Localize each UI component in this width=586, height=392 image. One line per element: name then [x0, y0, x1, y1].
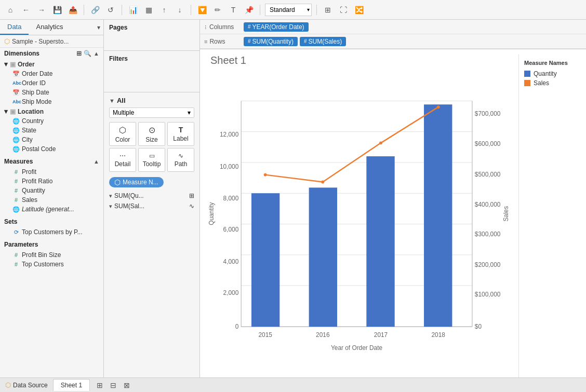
field-ship-mode[interactable]: Abc Ship Mode [0, 97, 103, 106]
sheet1-tab[interactable]: Sheet 1 [53, 379, 90, 391]
size-icon: ⊙ [149, 125, 155, 135]
field-profit-bin-size[interactable]: # Profit Bin Size [0, 250, 103, 260]
field-profit[interactable]: # Profit [0, 167, 103, 177]
sum-quantity-row[interactable]: ▾ SUM(Qu... ⊞ [109, 191, 194, 201]
chart-svg-area: 0 2,000 4,000 6,000 8,000 10,000 12,000 … [205, 71, 513, 377]
marks-tooltip-btn[interactable]: ▭ Tooltip [138, 148, 165, 172]
columns-shelf: ⫶ Columns # YEAR(Order Date) [200, 20, 586, 34]
marks-label-btn[interactable]: T Label [167, 122, 194, 146]
field-quantity[interactable]: # Quantity [0, 186, 103, 195]
marks-detail-btn[interactable]: ⋯ Detail [109, 148, 136, 172]
legend-item-quantity: Quantity [524, 70, 581, 77]
marks-size-btn[interactable]: ⊙ Size [138, 122, 165, 146]
data-source-row: ⬡ Sample - Supersto... [0, 35, 103, 48]
x-axis-title: Year of Order Date [331, 344, 383, 352]
redo-btn[interactable]: → [35, 4, 48, 16]
sum-sales-row[interactable]: ▾ SUM(Sal... ∿ [109, 201, 194, 211]
new-story-btn[interactable]: ⊠ [121, 380, 132, 391]
pin-btn[interactable]: 📌 [243, 4, 255, 16]
bar-2015[interactable] [251, 193, 279, 327]
marks-path-btn[interactable]: ∿ Path [167, 148, 194, 172]
refresh-btn[interactable]: ↺ [104, 4, 117, 16]
hash-profit-ratio: # [12, 178, 20, 184]
field-group-order-header[interactable]: ▾ ▣ Order [0, 59, 103, 69]
marks-collapse-btn[interactable]: ▼ [109, 98, 115, 104]
rows-shelf-icon: ≡ [204, 38, 207, 45]
layout-btn[interactable]: ⊞ [322, 4, 334, 16]
field-ship-date[interactable]: 📅 Ship Date [0, 88, 103, 97]
new-worksheet-btn[interactable]: ⊞ [94, 380, 105, 391]
filter-btn[interactable]: 🔽 [196, 4, 208, 16]
save-btn[interactable]: 💾 [51, 4, 63, 16]
chart-type-btn[interactable]: 📊 [127, 4, 139, 16]
standard-dropdown-wrap[interactable]: Standard [265, 4, 312, 16]
field-top-customers-param[interactable]: # Top Customers [0, 260, 103, 269]
ds-cylinder-icon: ⬡ [5, 381, 11, 389]
legend-panel: Measure Names Quantity Sales [518, 55, 586, 377]
field-latitude[interactable]: 🌐 Latitude (generat... [0, 205, 103, 214]
path-label: Path [175, 160, 188, 168]
ship-mode-label: Ship Mode [22, 98, 51, 105]
sep1 [84, 5, 84, 15]
field-state[interactable]: 🌐 State [0, 126, 103, 135]
field-group-location-header[interactable]: ▾ ▣ Location [0, 106, 103, 116]
left-panel: Data Analytics ▾ ⬡ Sample - Supersto... … [0, 20, 104, 377]
highlight-btn[interactable]: ✏ [211, 4, 224, 16]
sum-quantity-pill[interactable]: # SUM(Quantity) [244, 37, 298, 46]
bar-2017[interactable] [366, 156, 394, 327]
quantity-swatch [524, 71, 530, 77]
annotation-btn[interactable]: T [227, 4, 239, 16]
marks-type-dropdown[interactable]: Multiple ▾ [109, 107, 194, 118]
measures-collapse-btn[interactable]: ▲ [94, 158, 99, 165]
home-btn[interactable]: ⌂ [4, 4, 17, 16]
undo-btn[interactable]: ← [20, 4, 32, 16]
location-group-label: Location [18, 108, 44, 115]
share-btn[interactable]: 🔀 [353, 4, 365, 16]
field-order-id[interactable]: Abc Order ID [0, 78, 103, 88]
parameters-label: Parameters [4, 241, 38, 248]
y-right-700k: $700,000 [475, 110, 501, 117]
bar-2018[interactable] [424, 104, 452, 327]
field-top-customers[interactable]: ⟳ Top Customers by P... [0, 227, 103, 237]
measure-names-pill[interactable]: ⬡ Measure N... [109, 177, 164, 187]
search-icon[interactable]: 🔍 [84, 50, 91, 57]
tab-analytics[interactable]: Analytics [29, 20, 70, 35]
globe-icon-country: 🌐 [12, 118, 20, 125]
sum-sales-pill[interactable]: # SUM(Sales) [300, 37, 346, 46]
field-country[interactable]: 🌐 Country [0, 116, 103, 126]
year-order-date-pill[interactable]: # YEAR(Order Date) [244, 22, 309, 32]
tab-arrow[interactable]: ▾ [94, 20, 103, 35]
field-postal-code[interactable]: 🌐 Postal Code [0, 144, 103, 154]
order-folder-icon2: ▣ [10, 61, 16, 68]
standard-dropdown[interactable]: Standard [265, 4, 312, 16]
publish-btn[interactable]: 📤 [66, 4, 79, 16]
hash-quantity: # [12, 187, 20, 194]
abc-icon: Abc [12, 80, 20, 86]
field-profit-ratio[interactable]: # Profit Ratio [0, 177, 103, 186]
content-area: ⫶ Columns # YEAR(Order Date) ≡ Rows [200, 20, 586, 377]
new-datasource-btn[interactable]: 🔗 [89, 4, 101, 16]
sets-label: Sets [4, 218, 17, 225]
marks-color-btn[interactable]: ⬡ Color [109, 122, 136, 146]
new-dashboard-btn[interactable]: ⊟ [108, 380, 119, 391]
show-me-btn[interactable]: ▦ [142, 4, 155, 16]
tab-data[interactable]: Data [0, 20, 29, 35]
dimensions-header: Dimensions ⊞ 🔍 ▲ [0, 48, 103, 59]
field-group-location: ▾ ▣ Location 🌐 Country 🌐 State 🌐 City [0, 106, 103, 154]
present-btn[interactable]: ⛶ [337, 4, 350, 16]
location-folder-icon2: ▣ [10, 108, 16, 115]
field-order-date[interactable]: 📅 Order Date [0, 69, 103, 78]
sep4 [260, 5, 260, 15]
field-sales[interactable]: # Sales [0, 195, 103, 205]
y-right-400k: $400,000 [475, 201, 501, 208]
data-source-tab[interactable]: ⬡ Data Source [0, 379, 53, 391]
pill-dots: ⬡ [114, 178, 121, 186]
sort-desc-btn[interactable]: ↓ [174, 4, 186, 16]
pages-label: Pages [109, 24, 194, 31]
sort-asc-btn[interactable]: ↑ [158, 4, 170, 16]
bar-2016[interactable] [309, 187, 337, 327]
chart-title: Sheet 1 [205, 55, 513, 66]
dimensions-collapse-btn[interactable]: ▲ [94, 50, 99, 57]
field-city[interactable]: 🌐 City [0, 135, 103, 144]
sales-label: Sales [22, 196, 37, 204]
